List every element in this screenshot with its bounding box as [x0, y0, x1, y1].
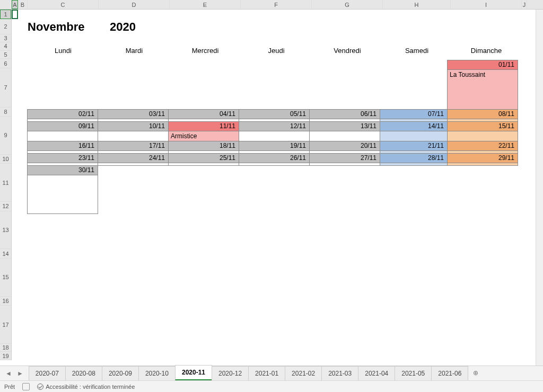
tab-next-icon[interactable]: ►: [17, 370, 23, 377]
sheet-tab[interactable]: 2020-11: [175, 365, 212, 380]
col-header-G[interactable]: G: [312, 0, 383, 9]
accessibility-status[interactable]: Accessibilité : vérification terminée: [37, 384, 135, 390]
calendar-day[interactable]: 04/11: [168, 109, 239, 122]
calendar-day[interactable]: 26/11: [239, 153, 310, 166]
tab-prev-icon[interactable]: ◄: [5, 370, 12, 377]
row-header-9[interactable]: 9: [0, 117, 11, 155]
col-header-C[interactable]: C: [28, 0, 99, 9]
calendar-day[interactable]: 30/11: [27, 165, 98, 214]
row-header-10[interactable]: 10: [0, 155, 11, 164]
calendar-empty-cell: [380, 60, 448, 110]
row-header-11[interactable]: 11: [0, 164, 11, 202]
calendar-day[interactable]: 16/11: [27, 141, 98, 154]
row-header-8[interactable]: 8: [0, 108, 11, 117]
calendar-event-label: [98, 131, 168, 141]
row-header-6[interactable]: 6: [0, 59, 11, 68]
select-all-corner[interactable]: [0, 0, 12, 9]
col-header-H[interactable]: H: [383, 0, 451, 9]
calendar-event-label: [239, 131, 309, 141]
calendar-day[interactable]: 24/11: [98, 153, 169, 166]
sheet-tab[interactable]: 2020-12: [212, 366, 249, 380]
calendar-day[interactable]: 20/11: [309, 141, 380, 154]
vertical-scrollbar[interactable]: [536, 10, 543, 366]
calendar-day[interactable]: 19/11: [239, 141, 310, 154]
calendar-day[interactable]: 22/11: [447, 141, 518, 154]
row-header-5[interactable]: 5: [0, 51, 11, 59]
calendar-day[interactable]: 29/11: [447, 153, 518, 166]
row-header-16[interactable]: 16: [0, 297, 11, 306]
sheet-tab[interactable]: 2020-07: [29, 366, 66, 380]
col-header-A[interactable]: A: [12, 0, 18, 9]
calendar-empty-cell: [168, 165, 239, 214]
sheet-tab[interactable]: 2021-04: [358, 366, 395, 380]
calendar-day[interactable]: 18/11: [168, 141, 239, 154]
calendar-day[interactable]: 27/11: [309, 153, 380, 166]
calendar-date-label: 30/11: [28, 166, 98, 175]
sheet-tab[interactable]: 2020-09: [102, 366, 139, 380]
sheet-tab[interactable]: 2020-10: [138, 366, 176, 380]
calendar-day[interactable]: 05/11: [239, 109, 310, 122]
row-header-2[interactable]: 2: [0, 19, 11, 34]
col-header-E[interactable]: E: [170, 0, 241, 9]
calendar-empty-cell: [168, 60, 239, 110]
row-header-12[interactable]: 12: [0, 202, 11, 211]
row-header-1[interactable]: 1: [0, 10, 11, 19]
calendar-day[interactable]: 09/11: [27, 121, 98, 141]
calendar-event-label: [448, 131, 518, 141]
calendar-day[interactable]: 07/11: [380, 109, 448, 122]
row-header-4[interactable]: 4: [0, 42, 11, 51]
col-header-B[interactable]: B: [18, 0, 28, 9]
calendar-day[interactable]: 14/11: [380, 121, 448, 141]
calendar-day[interactable]: 28/11: [380, 153, 448, 166]
row-header-14[interactable]: 14: [0, 249, 11, 258]
col-header-F[interactable]: F: [241, 0, 312, 9]
calendar-date-label: 25/11: [169, 154, 239, 163]
row-header-13[interactable]: 13: [0, 211, 11, 250]
calendar-day[interactable]: 21/11: [380, 141, 448, 154]
calendar-day[interactable]: 03/11: [98, 109, 169, 122]
sheet-tab[interactable]: 2021-03: [321, 366, 358, 380]
macro-record-icon[interactable]: [22, 383, 30, 390]
calendar-day[interactable]: 17/11: [98, 141, 169, 154]
calendar-date-label: 14/11: [380, 122, 447, 131]
tab-add-icon[interactable]: ⊕: [468, 366, 484, 380]
calendar-day[interactable]: 25/11: [168, 153, 239, 166]
calendar-date-label: 10/11: [98, 122, 168, 131]
status-bar: Prêt Accessibilité : vérification termin…: [0, 380, 543, 392]
row-header-7[interactable]: 7: [0, 68, 11, 108]
row-header-18[interactable]: 18: [0, 344, 11, 352]
calendar-day[interactable]: 10/11: [98, 121, 169, 141]
col-header-D[interactable]: D: [99, 0, 170, 9]
col-header-J[interactable]: J: [522, 0, 527, 9]
sheet-tab[interactable]: 2021-05: [395, 366, 432, 380]
sheet-tab[interactable]: 2021-06: [431, 366, 468, 380]
row-header-15[interactable]: 15: [0, 259, 11, 297]
sheet-tab[interactable]: 2020-08: [65, 366, 102, 380]
row-header-19[interactable]: 19: [0, 352, 11, 360]
spreadsheet-window: ABCDEFGHIJ 12345678910111213141516171819…: [0, 0, 543, 392]
calendar-day[interactable]: 01/11La Toussaint: [447, 60, 518, 110]
calendar-date-label: 28/11: [380, 154, 447, 163]
col-header-I[interactable]: I: [451, 0, 522, 9]
calendar-day[interactable]: 23/11: [27, 153, 98, 166]
sheet-tab[interactable]: 2021-01: [248, 366, 285, 380]
calendar-date-label: 08/11: [448, 110, 518, 119]
calendar-day[interactable]: 15/11: [447, 121, 518, 141]
calendar-date-label: 06/11: [310, 110, 380, 119]
calendar-day[interactable]: 11/11Armistice: [168, 121, 239, 141]
sheet-tab[interactable]: 2021-02: [285, 366, 322, 380]
row-header-17[interactable]: 17: [0, 306, 11, 344]
row-header-3[interactable]: 3: [0, 34, 11, 43]
calendar-grid: 01/11La Toussaint02/1103/1104/1105/1106/…: [28, 60, 543, 214]
calendar-date-label: 26/11: [239, 154, 309, 163]
calendar-day[interactable]: 06/11: [309, 109, 380, 122]
calendar-empty-cell: [98, 60, 169, 110]
calendar-day[interactable]: 02/11: [27, 109, 98, 122]
calendar-day[interactable]: 13/11: [309, 121, 380, 141]
calendar-date-label: 01/11: [448, 60, 518, 70]
calendar-date-label: 15/11: [448, 122, 518, 131]
calendar-day[interactable]: 12/11: [239, 121, 310, 141]
calendar-empty-cell: [27, 60, 98, 110]
calendar-day[interactable]: 08/11: [447, 109, 518, 122]
cell-grid[interactable]: Novembre 2020 LundiMardiMercrediJeudiVen…: [12, 10, 543, 360]
